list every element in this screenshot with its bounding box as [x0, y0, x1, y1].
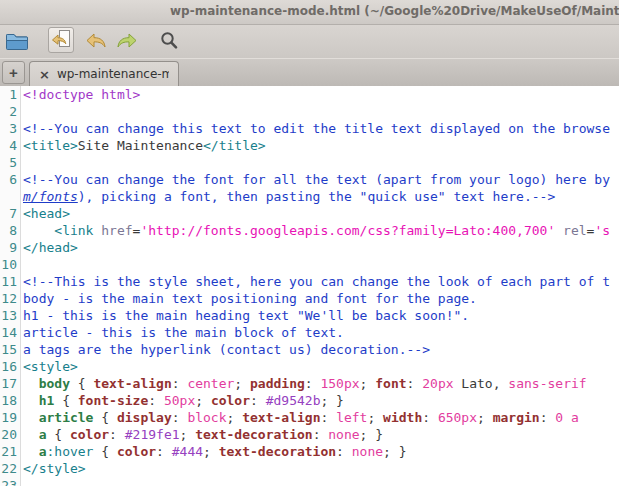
code-line: 12body - is the main text positioning an… — [0, 290, 619, 307]
code-line: 3<!--You can change this text to edit th… — [0, 120, 619, 137]
line-number: 17 — [0, 375, 21, 392]
code-text: m/fonts), picking a font, then pasting t… — [21, 188, 555, 205]
code-line: 1<!doctype html> — [0, 86, 619, 103]
search-button[interactable] — [155, 28, 183, 56]
code-line: 15a tags are the hyperlink (contact us) … — [0, 341, 619, 358]
code-line: 21 a:hover { color: #444; text-decoratio… — [0, 443, 619, 460]
code-line: 13h1 - this is the main heading text "We… — [0, 307, 619, 324]
code-text: <!doctype html> — [21, 86, 140, 103]
line-number: 12 — [0, 290, 21, 307]
code-area[interactable]: 1<!doctype html>23<!--You can change thi… — [0, 86, 619, 486]
code-text: <head> — [21, 205, 70, 222]
editor-window: wp-maintenance-mode.html (~/Google%20Dri… — [0, 0, 619, 486]
code-text: <!--You can change the font for all the … — [21, 171, 610, 188]
line-number: 21 — [0, 443, 21, 460]
line-number: 13 — [0, 307, 21, 324]
code-line: 19 article { display: block; text-align:… — [0, 409, 619, 426]
line-number: 19 — [0, 409, 21, 426]
tab-bar: + × wp-maintenance-mod... — [0, 58, 619, 87]
open-file-button[interactable] — [3, 28, 31, 56]
code-text: <link href='http://fonts.googleapis.com/… — [21, 222, 610, 239]
code-line: 23 — [0, 477, 619, 486]
code-text: <title>Site Maintenance</title> — [21, 137, 266, 154]
code-text — [21, 103, 23, 120]
line-number: 1 — [0, 86, 21, 103]
folder-open-icon — [5, 30, 29, 55]
code-text: a:hover { color: #444; text-decoration: … — [21, 443, 407, 460]
code-text: h1 - this is the main heading text "We'l… — [21, 307, 469, 324]
code-line: 4<title>Site Maintenance</title> — [0, 137, 619, 154]
undo-arrow-icon — [85, 31, 107, 54]
search-icon — [158, 30, 180, 55]
code-line: 17 body { text-align: center; padding: 1… — [0, 375, 619, 392]
redo-arrow-icon — [116, 31, 138, 54]
code-line: 10 — [0, 256, 619, 273]
line-number: 5 — [0, 154, 21, 171]
line-number: 15 — [0, 341, 21, 358]
code-line: 7<head> — [0, 205, 619, 222]
line-number: 23 — [0, 477, 21, 486]
line-number: 8 — [0, 222, 21, 239]
line-number: 18 — [0, 392, 21, 409]
code-text: a tags are the hyperlink (contact us) de… — [21, 341, 430, 358]
line-number: 22 — [0, 460, 21, 477]
code-text: </head> — [21, 239, 78, 256]
code-line: 6<!--You can change the font for all the… — [0, 171, 619, 188]
line-number: 9 — [0, 239, 21, 256]
code-line: 18 h1 { font-size: 50px; color: #d9542b;… — [0, 392, 619, 409]
toolbar — [0, 25, 619, 59]
line-number: 6 — [0, 171, 21, 188]
code-line: 9</head> — [0, 239, 619, 256]
code-text: body - is the main text positioning and … — [21, 290, 477, 307]
code-text: <!--This is the style sheet, here you ca… — [21, 273, 610, 290]
window-titlebar: wp-maintenance-mode.html (~/Google%20Dri… — [0, 0, 619, 25]
tab-label: wp-maintenance-mod... — [57, 67, 169, 81]
code-line: 22</style> — [0, 460, 619, 477]
code-line: 20 a { color: #219fe1; text-decoration: … — [0, 426, 619, 443]
code-line: 16<style> — [0, 358, 619, 375]
revert-document-icon — [50, 28, 72, 53]
tab-wp-maintenance-mode[interactable]: × wp-maintenance-mod... — [29, 61, 179, 86]
line-number: 3 — [0, 120, 21, 137]
code-line: m/fonts), picking a font, then pasting t… — [0, 188, 619, 205]
code-text: a { color: #219fe1; text-decoration: non… — [21, 426, 383, 443]
line-number: 14 — [0, 324, 21, 341]
code-rows: 1<!doctype html>23<!--You can change thi… — [0, 86, 619, 486]
revert-button[interactable] — [48, 27, 74, 53]
code-line: 2 — [0, 103, 619, 120]
code-line: 5 — [0, 154, 619, 171]
code-text: article - this is the main block of text… — [21, 324, 344, 341]
line-number: 20 — [0, 426, 21, 443]
code-text: body { text-align: center; padding: 150p… — [21, 375, 587, 392]
line-number: 2 — [0, 103, 21, 120]
code-text: <style> — [21, 358, 78, 375]
line-number — [0, 188, 21, 205]
code-text: h1 { font-size: 50px; color: #d9542b; } — [21, 392, 344, 409]
line-number: 7 — [0, 205, 21, 222]
line-number: 4 — [0, 137, 21, 154]
code-line: 8 <link href='http://fonts.googleapis.co… — [0, 222, 619, 239]
code-line: 14article - this is the main block of te… — [0, 324, 619, 341]
code-text — [21, 256, 23, 273]
line-number: 11 — [0, 273, 21, 290]
redo-button[interactable] — [113, 28, 141, 56]
code-text — [21, 477, 23, 486]
code-text — [21, 154, 23, 171]
code-line: 11<!--This is the style sheet, here you … — [0, 273, 619, 290]
line-number: 10 — [0, 256, 21, 273]
line-number: 16 — [0, 358, 21, 375]
new-tab-button[interactable]: + — [2, 61, 25, 84]
tab-close-icon[interactable]: × — [39, 68, 50, 81]
window-title: wp-maintenance-mode.html (~/Google%20Dri… — [170, 4, 619, 18]
code-text: </style> — [21, 460, 86, 477]
undo-button[interactable] — [82, 28, 110, 56]
code-text: <!--You can change this text to edit the… — [21, 120, 610, 137]
code-text: article { display: block; text-align: le… — [21, 409, 579, 426]
